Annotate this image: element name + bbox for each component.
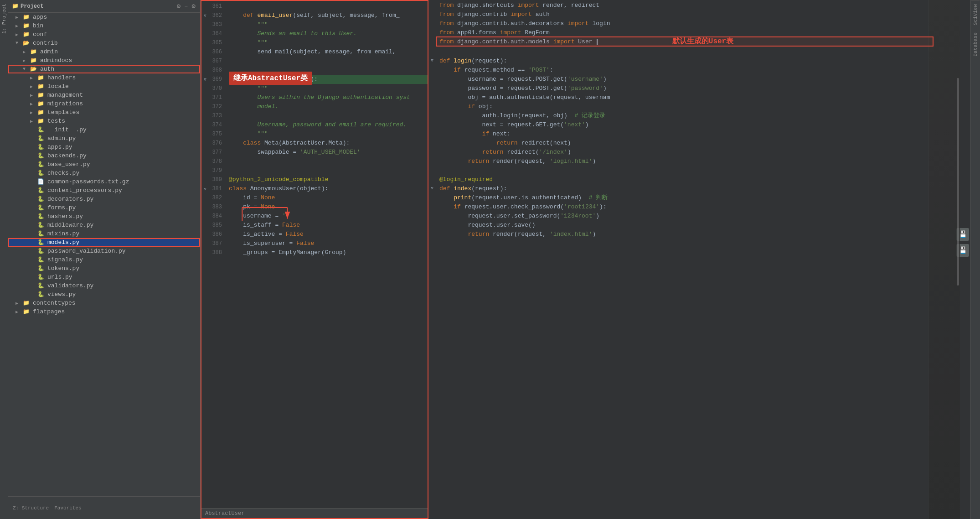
- left-gutter-marks: ▽ ▽ ▽: [201, 1, 209, 508]
- right-code-line-13: auth.login(request, obj) # 记录登录: [439, 111, 970, 120]
- folder-icon-flatpages: 📁: [23, 308, 31, 315]
- file-icon-decorators: 🐍: [37, 196, 46, 202]
- tree-item-tests[interactable]: ▶ 📁 tests: [8, 117, 200, 125]
- file-icon-views: 🐍: [37, 291, 46, 298]
- right-code-line-20: @login_required: [439, 175, 970, 184]
- code-line-378: [229, 157, 428, 166]
- code-line-367: [229, 57, 428, 66]
- file-icon-models: 🐍: [37, 239, 46, 246]
- sciview-tab[interactable]: SciView: [971, 0, 980, 29]
- tree-item-handlers[interactable]: ▶ 📁 handlers: [8, 73, 200, 82]
- right-code-line-14: next = request.GET.get('next'): [439, 120, 970, 130]
- tree-item-backends-py[interactable]: ▶ 🐍 backends.py: [8, 151, 200, 160]
- left-line-numbers: 361 362 363 364 365 366 367 368 369 370 …: [209, 1, 225, 508]
- tree-item-base-user-py[interactable]: ▶ 🐍 base_user.py: [8, 160, 200, 169]
- tree-item-passwords-gz[interactable]: ▶ 📄 common-passwords.txt.gz: [8, 177, 200, 186]
- tree-item-migrations[interactable]: ▶ 📁 migrations: [8, 99, 200, 108]
- folder-icon-contrib: 📂: [23, 40, 31, 47]
- tree-item-auth[interactable]: ▼ 📂 auth: [8, 65, 200, 73]
- folder-icon: 📁: [12, 3, 19, 10]
- collapse-icon[interactable]: –: [183, 1, 189, 11]
- code-line-361: [229, 2, 428, 11]
- right-code-line-9: username = request.POST.get('username'): [439, 75, 970, 84]
- file-icon-checks: 🐍: [37, 170, 46, 176]
- file-icon-mixins: 🐍: [37, 230, 46, 237]
- folder-icon-migrations: 📁: [37, 100, 46, 107]
- tree-item-checks-py[interactable]: ▶ 🐍 checks.py: [8, 169, 200, 177]
- database-tab[interactable]: Database: [971, 29, 980, 60]
- tree-item-models-py[interactable]: ▶ 🐍 models.py: [8, 238, 200, 247]
- tree-item-templates[interactable]: ▶ 📁 templates: [8, 108, 200, 117]
- tree-item-bin[interactable]: ▶ 📁 bin: [8, 21, 200, 30]
- right-panel: ▽ ▽: [428, 0, 980, 519]
- folder-icon-admindocs: 📁: [30, 57, 38, 64]
- code-line-366: send_mail(subject, message, from_email,: [229, 47, 428, 57]
- tree-item-mixins-py[interactable]: ▶ 🐍 mixins.py: [8, 229, 200, 238]
- tree-item-decorators-py[interactable]: ▶ 🐍 decorators.py: [8, 195, 200, 203]
- file-icon-hashers: 🐍: [37, 213, 46, 220]
- code-line-385: is_staff = False: [229, 221, 428, 230]
- tree-item-management[interactable]: ▶ 📁 management: [8, 91, 200, 99]
- right-code-line-11: obj = auth.authenticate(request, usernam: [439, 93, 970, 102]
- folder-icon-locale: 📁: [37, 83, 46, 90]
- code-line-365: """: [229, 38, 428, 47]
- tree-item-views-py[interactable]: ▶ 🐍 views.py: [8, 290, 200, 299]
- right-code-line-7: def login(request):: [439, 57, 970, 66]
- gear-icon[interactable]: ⚙: [191, 1, 196, 11]
- tree-item-apps[interactable]: ▶ 📁 apps: [8, 13, 200, 21]
- tree-item-locale[interactable]: ▶ 📁 locale: [8, 82, 200, 91]
- structure-tab[interactable]: Z: Structure: [10, 504, 52, 512]
- folder-icon-contenttypes: 📁: [23, 300, 31, 306]
- gutter-fold-362: ▽: [204, 13, 206, 18]
- tree-item-tokens-py[interactable]: ▶ 🐍 tokens.py: [8, 264, 200, 273]
- tree-item-urls-py[interactable]: ▶ 🐍 urls.py: [8, 273, 200, 281]
- code-line-387: is_superuser = False: [229, 239, 428, 248]
- right-code-line-17: return redirect('/index'): [439, 148, 970, 157]
- right-code-line-10: password = request.POST.get('password'): [439, 84, 970, 93]
- settings-icon[interactable]: ⚙: [176, 1, 181, 11]
- tree-item-middleware-py[interactable]: ▶ 🐍 middleware.py: [8, 221, 200, 229]
- right-code-line-5: from django.contrib.auth.models import U…: [439, 37, 970, 47]
- code-line-382: id = None: [229, 193, 428, 202]
- folder-icon-auth: 📂: [30, 66, 38, 73]
- file-icon-base-user: 🐍: [37, 161, 46, 168]
- right-code-line-2: from django.contrib import auth: [439, 10, 970, 19]
- tree-item-signals-py[interactable]: ▶ 🐍 signals.py: [8, 255, 200, 264]
- project-vtab[interactable]: 1: Project: [0, 0, 8, 37]
- right-code-line-12: if obj:: [439, 102, 970, 111]
- folder-icon-bin: 📁: [23, 22, 31, 29]
- code-line-388: _groups = EmptyManager(Group): [229, 248, 428, 257]
- file-icon-signals: 🐍: [37, 256, 46, 263]
- code-line-374: Username, password and email are require…: [229, 120, 428, 130]
- tree-item-flatpages[interactable]: ▶ 📁 flatpages: [8, 307, 200, 316]
- left-editor-breadcrumb: AbstractUser: [201, 508, 428, 518]
- tree-item-hashers-py[interactable]: ▶ 🐍 hashers.py: [8, 212, 200, 221]
- sidebar-toolbar: ⚙ – ⚙: [176, 1, 196, 11]
- sidebar-title: 📁 Project: [12, 3, 43, 10]
- tree-item-admin-py[interactable]: ▶ 🐍 admin.py: [8, 134, 200, 143]
- code-line-373: [229, 111, 428, 120]
- minimap-scrollbar[interactable]: [957, 78, 959, 285]
- file-icon-context-processors: 🐍: [37, 187, 46, 194]
- code-line-377: swappable = 'AUTH_USER_MODEL': [229, 148, 428, 157]
- code-line-362: def email_user(self, subject, message, f…: [229, 11, 428, 20]
- tree-item-context-processors-py[interactable]: ▶ 🐍 context_processors.py: [8, 186, 200, 195]
- tree-item-contenttypes[interactable]: ▶ 📁 contenttypes: [8, 299, 200, 307]
- tree-item-contrib[interactable]: ▼ 📂 contrib: [8, 39, 200, 47]
- tree-item-init[interactable]: ▶ 🐍 __init__.py: [8, 125, 200, 134]
- tree-item-admin[interactable]: ▶ 📁 admin: [8, 47, 200, 56]
- right-code-line-16: return redirect(next): [439, 139, 970, 148]
- file-icon-init: 🐍: [37, 126, 46, 133]
- tree-item-admindocs[interactable]: ▶ 📁 admindocs: [8, 56, 200, 65]
- code-line-364: Sends an email to this User.: [229, 29, 428, 38]
- right-code-line-4: from app01.forms import RegForm: [439, 28, 970, 37]
- tree-item-validators-py[interactable]: ▶ 🐍 validators.py: [8, 281, 200, 290]
- tree-item-conf[interactable]: ▶ 📁 conf: [8, 30, 200, 39]
- folder-icon-admin: 📁: [30, 48, 38, 55]
- right-code-line-6: [439, 47, 970, 57]
- favorites-tab[interactable]: Favorites: [52, 504, 84, 512]
- tree-item-forms-py[interactable]: ▶ 🐍 forms.py: [8, 203, 200, 212]
- tree-item-password-validation-py[interactable]: ▶ 🐍 password_validation.py: [8, 247, 200, 255]
- tree-item-apps-py[interactable]: ▶ 🐍 apps.py: [8, 143, 200, 151]
- code-line-371: Users within the Django authentication s…: [229, 93, 428, 102]
